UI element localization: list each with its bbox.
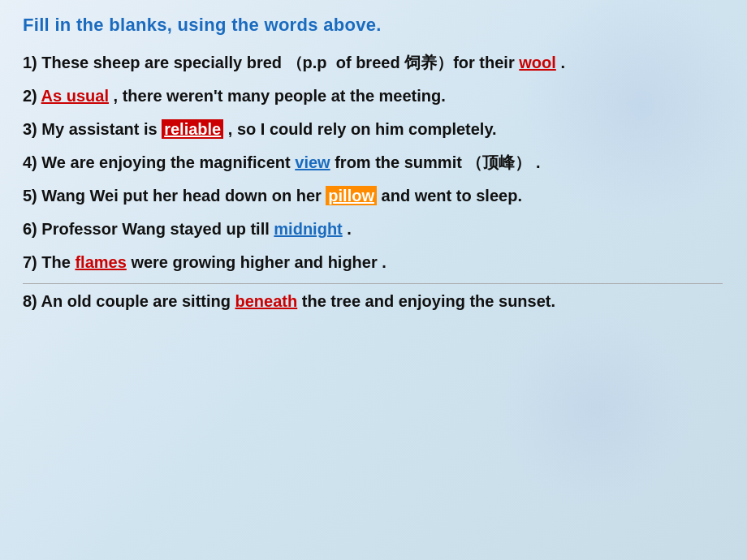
answer-blank: pillow bbox=[326, 186, 377, 205]
item-text: and went to sleep. bbox=[377, 187, 522, 205]
fill-in-blank-list: 1) These sheep are specially bred （p.p o… bbox=[23, 50, 723, 314]
item-number: 6) Professor Wang stayed up till bbox=[23, 220, 274, 238]
answer-blank: flames bbox=[75, 253, 126, 271]
item-text: , so I could rely on him completely. bbox=[223, 120, 496, 138]
main-container: Fill in the blanks, using the words abov… bbox=[0, 0, 747, 337]
answer-blank: midnight bbox=[274, 220, 342, 238]
item-number: 2) bbox=[23, 87, 41, 105]
list-item: 4) We are enjoying the magnificent view … bbox=[23, 150, 723, 175]
item-number: 5) Wang Wei put her head down on her bbox=[23, 187, 326, 205]
item-number: 3) My assistant is bbox=[23, 120, 162, 138]
item-text: were growing higher and higher . bbox=[127, 253, 386, 271]
horizontal-divider bbox=[23, 283, 723, 284]
item-number: 4) We are enjoying the magnificent bbox=[23, 153, 295, 171]
list-item: 6) Professor Wang stayed up till midnigh… bbox=[23, 217, 723, 242]
list-item: 5) Wang Wei put her head down on her pil… bbox=[23, 183, 723, 209]
answer-blank: beneath bbox=[235, 292, 298, 310]
item-text: the tree and enjoying the sunset. bbox=[297, 292, 555, 310]
answer-blank: view bbox=[295, 153, 330, 171]
bg-decoration-2 bbox=[495, 308, 698, 511]
item-number: 8) An old couple are sitting bbox=[23, 292, 235, 310]
list-item: 2) As usual , there weren't many people … bbox=[23, 84, 723, 109]
item-number: 1) These sheep are specially bred （p.p o… bbox=[23, 54, 519, 71]
list-item: 8) An old couple are sitting beneath the… bbox=[23, 289, 723, 314]
list-item: 1) These sheep are specially bred （p.p o… bbox=[23, 50, 723, 75]
item-text: . bbox=[343, 220, 352, 238]
answer-blank: wool bbox=[519, 54, 556, 71]
list-item: 7) The flames were growing higher and hi… bbox=[23, 250, 723, 275]
item-text: from the summit （顶峰） . bbox=[330, 153, 541, 171]
answer-blank: reliable bbox=[162, 119, 223, 139]
page-title: Fill in the blanks, using the words abov… bbox=[23, 15, 723, 36]
divider-item bbox=[23, 283, 723, 284]
answer-blank: As usual bbox=[41, 87, 109, 105]
item-text: . bbox=[556, 54, 565, 71]
list-item: 3) My assistant is reliable , so I could… bbox=[23, 117, 723, 142]
item-text: , there weren't many people at the meeti… bbox=[109, 87, 446, 105]
item-number: 7) The bbox=[23, 253, 75, 271]
